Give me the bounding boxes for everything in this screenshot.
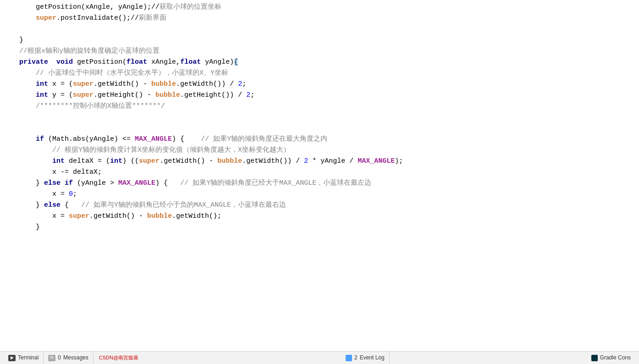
- kw2-token: bubble: [155, 91, 180, 99]
- kw-token: private: [3, 58, 48, 66]
- code-line: } else { // 如果与Y轴的倾斜角已经小于负的MAX_ANGLE，小蓝球…: [0, 200, 639, 211]
- code-line: // 根据Y轴的倾斜角度计算X坐标的变化值（倾斜角度越大，X坐标变化越大）: [0, 145, 639, 156]
- gradle-label[interactable]: Gradle Cons: [600, 353, 631, 362]
- plain-token: .getHeight() -: [94, 91, 155, 99]
- plain-token: ;: [73, 190, 77, 198]
- line-content: int deltaX = (int) ((super.getWidth() - …: [0, 156, 639, 166]
- event-log-num: 2: [354, 353, 358, 362]
- plain-token: {: [61, 201, 81, 209]
- kw2-token: bubble: [151, 80, 176, 88]
- code-line: // 小蓝球位于中间时（水平仪完全水平），小蓝球的X、Y坐标: [0, 68, 639, 79]
- plain-token: .getWidth();: [172, 212, 221, 220]
- code-line: super.postInvalidate();//刷新界面: [0, 13, 639, 24]
- kw-token: float: [127, 58, 147, 66]
- plain-token: x -= deltaX;: [3, 168, 102, 176]
- event-log-icon: [346, 355, 352, 361]
- line-content: //根据x轴和y轴的旋转角度确定小蓝球的位置: [0, 46, 639, 56]
- plain-token: .getWidth()) /: [242, 157, 304, 165]
- line-content: x = super.getWidth() - bubble.getWidth()…: [0, 211, 639, 221]
- kw-token: int: [3, 91, 48, 99]
- event-log-tab[interactable]: 2 Event Log: [341, 352, 390, 364]
- code-line: /********控制小球的X轴位置*******/: [0, 101, 639, 112]
- plain-token: * yAngle /: [308, 157, 358, 165]
- kw2-token: bubble: [217, 157, 242, 165]
- plain-token: [3, 157, 52, 165]
- code-line: //根据x轴和y轴的旋转角度确定小蓝球的位置: [0, 46, 639, 57]
- plain-token: [3, 14, 36, 22]
- plain-token: getPosition(xAngle, yAngle);//: [3, 3, 160, 11]
- chinese-comment-token: // 根据Y轴的倾斜角度计算X坐标的变化值（倾斜角度越大，X坐标变化越大）: [3, 146, 290, 154]
- chinese-comment-token: // 如果Y轴的倾斜角度已经大于MAX_ANGLE，小蓝球在最左边: [180, 179, 371, 187]
- kw2-token: super: [73, 80, 94, 88]
- line-content: int x = (super.getWidth() - bubble.getWi…: [0, 79, 639, 89]
- line-content: if (Math.abs(yAngle) <= MAX_ANGLE) { // …: [0, 134, 639, 144]
- plain-token: getPosition(: [73, 58, 127, 66]
- plain-token: }: [3, 201, 44, 209]
- plain-token: [61, 179, 65, 187]
- plain-token: [3, 135, 36, 143]
- plain-token: (yAngle) <=: [85, 135, 135, 143]
- kw-token: float: [180, 58, 201, 66]
- code-line: getPosition(xAngle, yAngle);//获取小球的位置坐标: [0, 2, 639, 13]
- kw-token: if: [65, 179, 73, 187]
- plain-token: }: [3, 36, 23, 44]
- const-name-token: MAX_ANGLE: [118, 179, 155, 187]
- line-content: [0, 112, 639, 122]
- code-line: x = 0;: [0, 189, 639, 200]
- plain-token: ;: [242, 80, 246, 88]
- plain-token: }: [3, 179, 44, 187]
- gradle-tab[interactable]: Gradle Cons: [587, 352, 635, 364]
- code-line: [0, 123, 639, 134]
- watermark: CSDN@南宫懿慕: [94, 354, 144, 362]
- plain-token: }: [3, 223, 40, 231]
- code-content[interactable]: getPosition(xAngle, yAngle);//获取小球的位置坐标 …: [0, 0, 639, 351]
- chinese-comment-token: // 小蓝球位于中间时（水平仪完全水平），小蓝球的X、Y坐标: [3, 69, 228, 77]
- line-content: super.postInvalidate();//刷新界面: [0, 13, 639, 23]
- messages-icon: ✉: [48, 355, 55, 361]
- messages-tab[interactable]: ✉ 0 Messages: [44, 352, 93, 364]
- plain-token: .getWidth() -: [160, 157, 217, 165]
- chinese-comment-token: // 如果与Y轴的倾斜角已经小于负的MAX_ANGLE，小蓝球在最右边: [81, 201, 286, 209]
- kw2-token: super: [69, 212, 89, 220]
- line-content: [0, 123, 639, 133]
- code-line: [0, 24, 639, 35]
- kw-token: void: [56, 58, 73, 66]
- plain-token: .postInvalidate();//: [56, 14, 139, 22]
- event-log-label[interactable]: Event Log: [360, 353, 385, 362]
- chinese-comment-token: // 如果Y轴的倾斜角度还在最大角度之内: [201, 135, 327, 143]
- line-content: } else { // 如果与Y轴的倾斜角已经小于负的MAX_ANGLE，小蓝球…: [0, 200, 639, 210]
- line-content: [0, 24, 639, 34]
- plain-token: .getWidth() -: [89, 212, 147, 220]
- kw-token: int: [3, 80, 48, 88]
- code-line: int deltaX = (int) ((super.getWidth() - …: [0, 156, 639, 167]
- plain-token: .getWidth()) /: [176, 80, 238, 88]
- messages-num: 0: [58, 353, 61, 362]
- code-line: int y = (super.getHeight() - bubble.getH…: [0, 90, 639, 101]
- plain-token: xAngle,: [147, 58, 180, 66]
- line-content: /********控制小球的X轴位置*******/: [0, 101, 639, 111]
- line-content: // 小蓝球位于中间时（水平仪完全水平），小蓝球的X、Y坐标: [0, 68, 639, 78]
- code-line: int x = (super.getWidth() - bubble.getWi…: [0, 79, 639, 90]
- number-token: 2: [238, 80, 242, 88]
- line-content: // 根据Y轴的倾斜角度计算X坐标的变化值（倾斜角度越大，X坐标变化越大）: [0, 145, 639, 155]
- line-content: private void getPosition(float xAngle,fl…: [0, 57, 639, 67]
- plain-token: ) {: [155, 179, 180, 187]
- plain-token: .getWidth() -: [94, 80, 151, 88]
- plain-token: deltaX = (: [65, 157, 110, 165]
- kw2-token: super: [73, 91, 94, 99]
- plain-token: yAngle): [201, 58, 234, 66]
- const-name-token: MAX_ANGLE: [135, 135, 172, 143]
- plain-token: ;: [250, 91, 254, 99]
- kw2-token: bubble: [147, 212, 172, 220]
- messages-label[interactable]: Messages: [63, 353, 88, 362]
- terminal-tab[interactable]: ▶ Terminal: [4, 352, 44, 364]
- kw2-token: super: [36, 14, 56, 22]
- code-line: x -= deltaX;: [0, 167, 639, 178]
- plain-token: (yAngle >: [73, 179, 118, 187]
- plain-token: [48, 58, 56, 66]
- terminal-label[interactable]: Terminal: [18, 353, 39, 362]
- line-content: }: [0, 35, 639, 45]
- gradle-icon: [591, 355, 598, 361]
- number-token: 0: [69, 190, 73, 198]
- code-line: private void getPosition(float xAngle,fl…: [0, 57, 639, 68]
